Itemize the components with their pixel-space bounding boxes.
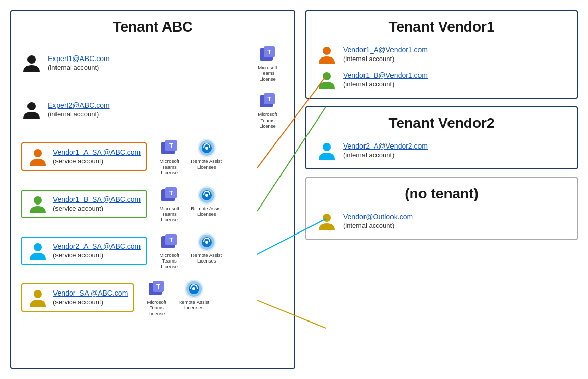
expert2-teams-license: T Microsoft TeamsLicense <box>251 91 284 129</box>
svg-point-16 <box>34 196 42 205</box>
tenant-vendor1-title: Tenant Vendor1 <box>317 19 567 35</box>
vendor1-b-info: Vendor1_B@Vendor1.com (internal account) <box>343 71 567 89</box>
svg-text:T: T <box>169 142 173 150</box>
vendor1-a-sa-box: Vendor1_A_SA @ABC.com (service account) <box>21 142 147 171</box>
vendor1-a-type: (internal account) <box>343 55 394 63</box>
vendor1-b-sa-type: (service account) <box>53 205 103 212</box>
svg-point-31 <box>205 241 208 244</box>
vendor1-a-sa-email[interactable]: Vendor1_A_SA @ABC.com <box>53 148 141 156</box>
svg-text:T: T <box>169 236 173 244</box>
svg-point-15 <box>205 147 208 150</box>
expert2-avatar <box>21 100 42 120</box>
vendor-sa-avatar <box>27 287 48 308</box>
svg-point-40 <box>323 47 331 55</box>
expert2-licenses: T Microsoft TeamsLicense <box>251 91 284 129</box>
vendor1-b-sa-info: Vendor1_B_SA @ABC.com (service account) <box>53 195 141 213</box>
vendor-sa-row: Vendor_SA @ABC.com (service account) T M… <box>21 279 284 316</box>
vendor2-a-sa-info: Vendor2_A_SA @ABC.com (service account) <box>53 242 141 259</box>
expert2-info: Expert2@ABC.com (internal account) <box>48 101 245 119</box>
vendor1-a-sa-info: Vendor1_A_SA @ABC.com (service account) <box>53 148 141 165</box>
vendor-sa-box: Vendor_SA @ABC.com (service account) <box>21 283 134 312</box>
svg-point-42 <box>323 143 331 151</box>
vendor-outlook-row: Vendor@Outlook.com (internal account) <box>317 211 567 231</box>
svg-point-8 <box>34 149 42 157</box>
expert1-row: Expert1@ABC.com (internal account) T Mic… <box>21 44 284 82</box>
expert1-teams-license: T Microsoft TeamsLicense <box>251 44 284 82</box>
right-panels: Tenant Vendor1 Vendor1_A@Vendor1.com (in… <box>305 10 578 369</box>
vendor2-a-row: Vendor2_A@Vendor2.com (internal account) <box>317 140 567 161</box>
vendor1-a-sa-type: (service account) <box>53 157 103 165</box>
vendor2-a-sa-box: Vendor2_A_SA @ABC.com (service account) <box>21 237 147 265</box>
vendor-outlook-avatar <box>317 211 337 231</box>
vendor1-b-sa-box: Vendor1_B_SA @ABC.com (service account) <box>21 190 147 218</box>
svg-point-32 <box>34 290 42 298</box>
expert2-row: Expert2@ABC.com (internal account) T Mic… <box>21 91 284 129</box>
vendor1-b-type: (internal account) <box>343 80 394 88</box>
vendor2-a-sa-type: (service account) <box>53 251 103 259</box>
svg-point-0 <box>27 55 36 64</box>
vendor-sa-teams-license: T Microsoft TeamsLicense <box>140 279 173 316</box>
vendor1-a-row: Vendor1_A@Vendor1.com (internal account) <box>317 44 567 65</box>
svg-text:T: T <box>156 283 160 290</box>
vendor2-a-sa-avatar <box>27 241 48 261</box>
svg-point-41 <box>323 72 331 80</box>
svg-point-23 <box>205 194 208 197</box>
vendor2-a-sa-teams-license: T Microsoft TeamsLicense <box>153 232 186 270</box>
vendor2-a-sa-email[interactable]: Vendor2_A_SA @ABC.com <box>53 242 141 250</box>
vendor1-a-info: Vendor1_A@Vendor1.com (internal account) <box>343 46 567 63</box>
vendor1-b-sa-teams-license: T Microsoft TeamsLicense <box>153 185 186 223</box>
tenant-vendor2-panel: Tenant Vendor2 Vendor2_A@Vendor2.com (in… <box>305 106 578 169</box>
expert2-type: (internal account) <box>48 110 99 118</box>
vendor-sa-info: Vendor_SA @ABC.com (service account) <box>53 289 128 306</box>
vendor2-a-info: Vendor2_A@Vendor2.com (internal account) <box>343 142 567 159</box>
expert1-email[interactable]: Expert1@ABC.com <box>48 54 245 63</box>
svg-text:T: T <box>267 48 271 56</box>
svg-point-39 <box>192 287 195 290</box>
vendor-sa-licenses: T Microsoft TeamsLicense Remote AssistLi… <box>140 279 210 316</box>
no-tenant-title: (no tenant) <box>317 186 567 202</box>
vendor1-a-sa-ra-license: Remote AssistLicenses <box>190 138 223 170</box>
vendor1-b-row: Vendor1_B@Vendor1.com (internal account) <box>317 70 567 90</box>
svg-text:T: T <box>267 95 271 103</box>
vendor2-a-sa-row: Vendor2_A_SA @ABC.com (service account) … <box>21 232 284 270</box>
vendor1-b-avatar <box>317 70 337 90</box>
no-tenant-panel: (no tenant) Vendor@Outlook.com (internal… <box>305 177 578 240</box>
expert1-info: Expert1@ABC.com (internal account) <box>48 54 245 72</box>
vendor-sa-ra-license: Remote AssistLicenses <box>177 279 210 311</box>
svg-point-4 <box>27 102 36 110</box>
tenant-abc-title: Tenant ABC <box>21 19 284 35</box>
svg-point-24 <box>34 243 42 251</box>
svg-text:T: T <box>169 189 173 197</box>
vendor1-b-sa-row: Vendor1_B_SA @ABC.com (service account) … <box>21 185 284 223</box>
vendor1-b-sa-licenses: T Microsoft TeamsLicense Remote AssistLi… <box>153 185 223 223</box>
vendor-outlook-email[interactable]: Vendor@Outlook.com <box>343 213 567 221</box>
expert2-email[interactable]: Expert2@ABC.com <box>48 101 245 109</box>
expert1-avatar <box>21 53 42 73</box>
vendor1-b-email[interactable]: Vendor1_B@Vendor1.com <box>343 71 567 79</box>
vendor1-a-avatar <box>317 44 337 65</box>
vendor1-b-sa-avatar <box>27 194 48 214</box>
vendor2-a-email[interactable]: Vendor2_A@Vendor2.com <box>343 142 567 150</box>
vendor-sa-email[interactable]: Vendor_SA @ABC.com <box>53 289 128 297</box>
vendor2-a-sa-licenses: T Microsoft TeamsLicense Remote AssistLi… <box>153 232 223 270</box>
tenant-abc-panel: Tenant ABC Expert1@ABC.com (internal acc… <box>10 10 295 369</box>
vendor-sa-type: (service account) <box>53 298 103 306</box>
vendor1-a-sa-avatar <box>27 147 48 167</box>
vendor1-b-sa-ra-license: Remote AssistLicenses <box>190 185 223 217</box>
tenant-vendor1-panel: Tenant Vendor1 Vendor1_A@Vendor1.com (in… <box>305 10 578 99</box>
vendor1-a-email[interactable]: Vendor1_A@Vendor1.com <box>343 46 567 54</box>
expert1-licenses: T Microsoft TeamsLicense <box>251 44 284 82</box>
main-container: Tenant ABC Expert1@ABC.com (internal acc… <box>0 0 588 379</box>
tenant-vendor2-title: Tenant Vendor2 <box>317 115 567 131</box>
vendor1-a-sa-teams-license: T Microsoft TeamsLicense <box>153 138 186 176</box>
expert1-type: (internal account) <box>48 64 99 71</box>
vendor1-b-sa-email[interactable]: Vendor1_B_SA @ABC.com <box>53 195 141 203</box>
vendor-outlook-info: Vendor@Outlook.com (internal account) <box>343 213 567 230</box>
vendor-outlook-type: (internal account) <box>343 222 394 229</box>
vendor1-a-sa-row: Vendor1_A_SA @ABC.com (service account) … <box>21 138 284 176</box>
vendor2-a-avatar <box>317 140 337 161</box>
vendor1-a-sa-licenses: T Microsoft TeamsLicense Remote AssistLi… <box>153 138 223 176</box>
vendor2-a-sa-ra-license: Remote AssistLicenses <box>190 232 223 264</box>
svg-point-43 <box>323 214 331 222</box>
vendor2-a-type: (internal account) <box>343 151 394 159</box>
